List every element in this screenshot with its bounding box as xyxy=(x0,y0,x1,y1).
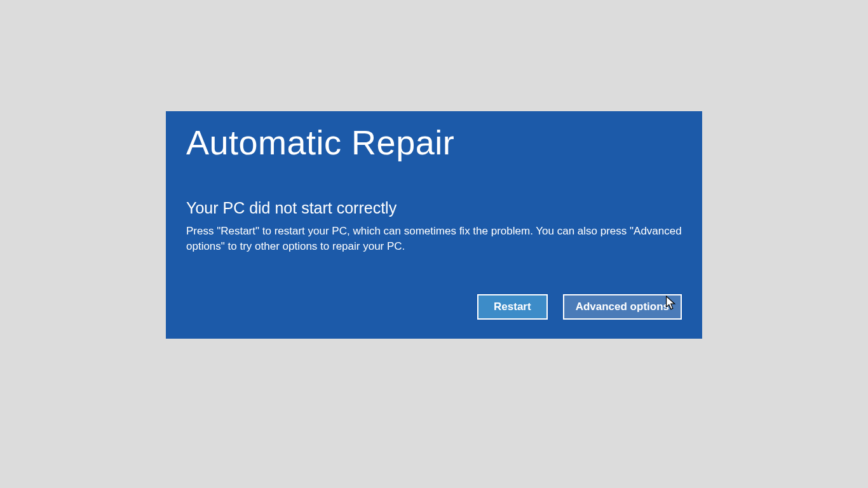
error-subtitle: Your PC did not start correctly xyxy=(186,199,682,217)
page-title: Automatic Repair xyxy=(186,123,682,162)
button-row: Restart Advanced options xyxy=(477,294,682,320)
automatic-repair-panel: Automatic Repair Your PC did not start c… xyxy=(166,111,702,339)
advanced-options-button[interactable]: Advanced options xyxy=(563,294,682,320)
error-description: Press "Restart" to restart your PC, whic… xyxy=(186,224,682,254)
restart-button[interactable]: Restart xyxy=(477,294,548,320)
